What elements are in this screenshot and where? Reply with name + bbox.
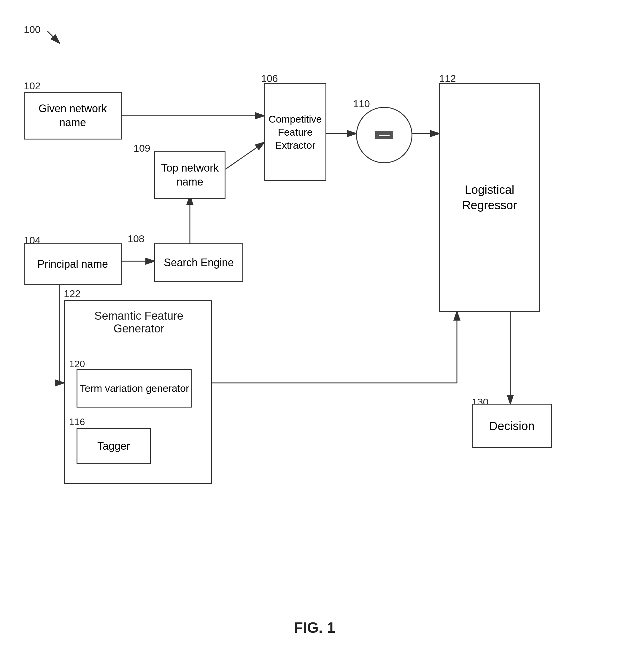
given-network-box: Given network name [24, 92, 122, 140]
ref-100-arrow [45, 30, 62, 47]
svg-line-3 [226, 142, 264, 169]
ref-120-label: 120 [69, 359, 85, 369]
ref-112-label: 112 [439, 73, 456, 84]
ref-122-label: 122 [64, 288, 81, 299]
figure-label: FIG. 1 [294, 619, 335, 637]
term-variation-box: Term variation generator [77, 369, 192, 408]
ref-108-label: 108 [128, 233, 145, 245]
ref-102-label: 102 [24, 80, 41, 92]
minus-symbol: — [375, 131, 393, 139]
ref-110-label: 110 [353, 98, 370, 110]
svg-line-14 [48, 31, 59, 43]
ref-109-label: 109 [133, 142, 150, 154]
search-engine-box: Search Engine [154, 243, 243, 282]
ref-100-label: 100 [24, 24, 41, 35]
decision-box: Decision [472, 404, 552, 448]
logistical-regressor-box: Logistical Regressor [439, 83, 540, 312]
diagram: 100 102 Given network name 104 Principal… [0, 0, 629, 672]
top-network-box: Top network name [154, 151, 226, 199]
ref-116-label: 116 [69, 416, 85, 427]
semantic-label-text: Semantic Feature Generator [79, 310, 198, 335]
semantic-feature-box: Semantic Feature Generator 120 Term vari… [64, 300, 212, 484]
competitive-feature-box: Competitive Feature Extractor [264, 83, 326, 181]
ref-106-label: 106 [261, 73, 278, 84]
subtraction-circle: — [356, 107, 412, 163]
principal-name-box: Principal name [24, 243, 122, 285]
tagger-box: Tagger [77, 428, 151, 464]
